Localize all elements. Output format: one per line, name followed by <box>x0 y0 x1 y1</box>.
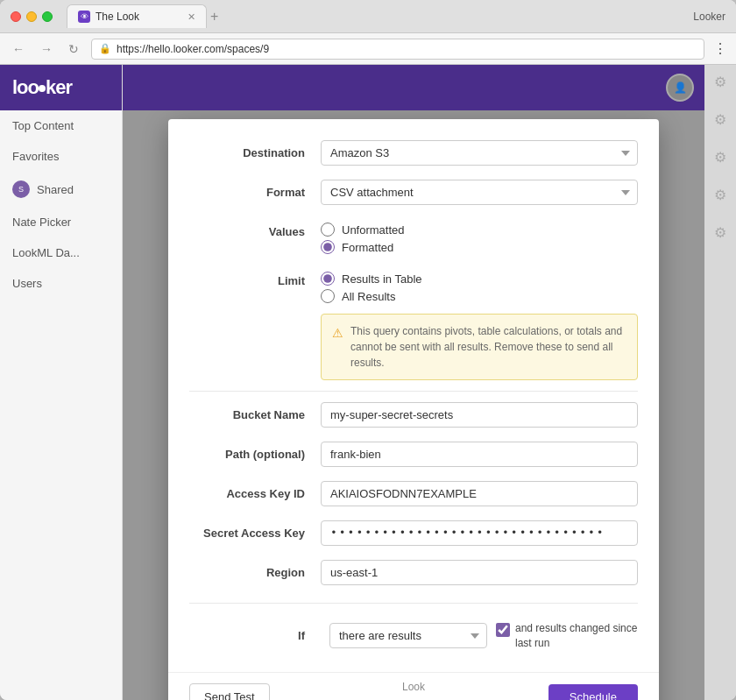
send-test-button[interactable]: Send Test <box>189 683 270 700</box>
region-row: Region <box>168 553 659 592</box>
limit-radio-group: Results in Table All Results ⚠ <box>321 268 638 380</box>
sidebar-logo: looker <box>0 65 122 110</box>
divider-2 <box>189 603 638 604</box>
destination-label: Destination <box>189 140 321 159</box>
sidebar-item-favorites[interactable]: Favorites <box>0 141 122 172</box>
destination-row: Destination Amazon S3 <box>168 133 659 173</box>
schedule-modal: Destination Amazon S3 Format CSV attachm… <box>168 119 659 700</box>
limit-all-results-option[interactable]: All Results <box>321 289 638 303</box>
limit-label: Limit <box>189 268 321 287</box>
gear-icon-5[interactable]: ⚙ <box>714 224 726 241</box>
sidebar: looker Top Content Favorites S Shared Na… <box>0 65 123 700</box>
browser-content: looker Top Content Favorites S Shared Na… <box>0 65 736 700</box>
path-input[interactable] <box>321 442 638 467</box>
maximize-button[interactable] <box>42 11 53 22</box>
if-row: If there are resultsthere are no results… <box>168 614 659 658</box>
modal-overlay: Destination Amazon S3 Format CSV attachm… <box>123 110 704 700</box>
sidebar-label-top-content: Top Content <box>12 119 74 132</box>
address-bar: ← → ↻ 🔒 https://hello.looker.com/spaces/… <box>0 33 736 65</box>
browser-tab[interactable]: 👁 The Look ✕ <box>67 4 207 28</box>
if-select[interactable]: there are resultsthere are no resultsalw… <box>329 623 487 648</box>
values-label: Values <box>189 219 321 238</box>
sidebar-label-shared: Shared <box>37 183 74 196</box>
bucket-name-input[interactable] <box>321 402 638 428</box>
if-checkbox-area: and results changed since last run <box>496 621 638 651</box>
secret-access-key-input[interactable] <box>321 520 638 546</box>
url-field[interactable]: 🔒 https://hello.looker.com/spaces/9 <box>91 39 704 60</box>
new-tab-icon[interactable]: + <box>210 9 218 25</box>
lock-icon: 🔒 <box>99 43 111 54</box>
forward-button[interactable]: → <box>37 40 56 58</box>
tab-area: 👁 The Look ✕ + <box>67 4 686 28</box>
values-control: Unformatted Formatted <box>321 219 638 254</box>
limit-all-results-label: All Results <box>342 290 395 303</box>
destination-select[interactable]: Amazon S3 <box>321 140 638 166</box>
sidebar-label-nate-picker: Nate Picker <box>12 216 71 229</box>
access-key-id-control <box>321 481 638 506</box>
browser-menu-icon[interactable]: ⋮ <box>713 40 727 57</box>
format-control: CSV attachment <box>321 180 638 205</box>
logo-text: looker <box>12 76 72 99</box>
bucket-name-label: Bucket Name <box>189 402 321 421</box>
if-checkbox-label: and results changed since last run <box>515 621 638 651</box>
window-label: Looker <box>693 11 725 23</box>
gear-icon-4[interactable]: ⚙ <box>714 187 726 203</box>
back-button[interactable]: ← <box>9 40 28 58</box>
sidebar-item-lookml[interactable]: LookML Da... <box>0 237 122 268</box>
traffic-lights <box>11 11 53 22</box>
reload-button[interactable]: ↻ <box>65 40 82 58</box>
region-label: Region <box>189 560 321 579</box>
gear-icon-2[interactable]: ⚙ <box>714 111 726 128</box>
sidebar-item-nate-picker[interactable]: Nate Picker <box>0 207 122 237</box>
sidebar-item-shared[interactable]: S Shared <box>0 172 122 207</box>
limit-all-results-radio[interactable] <box>321 289 335 303</box>
destination-control: Amazon S3 <box>321 140 638 166</box>
secret-access-key-label: Secret Access Key <box>189 520 321 540</box>
gear-icon-1[interactable]: ⚙ <box>714 74 726 90</box>
format-row: Format CSV attachment <box>168 173 659 212</box>
schedule-button[interactable]: Schedule <box>548 684 638 700</box>
tab-title: The Look <box>96 11 139 23</box>
sidebar-label-favorites: Favorites <box>12 150 59 163</box>
limit-results-in-table-option[interactable]: Results in Table <box>321 272 638 286</box>
values-unformatted-option[interactable]: Unformatted <box>321 223 638 237</box>
sidebar-label-lookml: LookML Da... <box>12 246 80 259</box>
limit-control: Results in Table All Results ⚠ <box>321 268 638 380</box>
warning-box: ⚠ This query contains pivots, table calc… <box>321 314 638 380</box>
format-select[interactable]: CSV attachment <box>321 180 638 205</box>
url-text: https://hello.looker.com/spaces/9 <box>117 43 269 55</box>
limit-results-in-table-label: Results in Table <box>342 272 422 286</box>
if-label: If <box>189 629 321 642</box>
tab-close-icon[interactable]: ✕ <box>188 11 195 23</box>
values-formatted-option[interactable]: Formatted <box>321 240 638 254</box>
if-checkbox[interactable] <box>496 623 510 637</box>
secret-access-key-row: Secret Access Key <box>168 513 659 553</box>
bucket-name-control <box>321 402 638 428</box>
top-bar-right: 👤 <box>666 74 704 102</box>
sidebar-item-top-content[interactable]: Top Content <box>0 110 122 141</box>
minimize-button[interactable] <box>26 11 37 22</box>
divider-1 <box>189 391 638 392</box>
path-row: Path (optional) <box>168 435 659 474</box>
limit-results-in-table-radio[interactable] <box>321 272 335 286</box>
values-formatted-radio[interactable] <box>321 240 335 254</box>
path-label: Path (optional) <box>189 442 321 461</box>
warning-icon: ⚠ <box>332 324 343 343</box>
access-key-id-input[interactable] <box>321 481 638 506</box>
region-input[interactable] <box>321 560 638 585</box>
values-unformatted-radio[interactable] <box>321 223 335 237</box>
bucket-name-row: Bucket Name <box>168 395 659 435</box>
main-area: 👤 Destination Amazon S3 <box>123 65 704 700</box>
title-bar: 👁 The Look ✕ + Looker <box>0 0 736 33</box>
top-bar: 👤 <box>123 65 704 110</box>
sidebar-item-users[interactable]: Users <box>0 268 122 299</box>
close-button[interactable] <box>11 11 21 22</box>
tab-favicon-icon: 👁 <box>78 11 90 23</box>
gear-icon-3[interactable]: ⚙ <box>714 149 726 166</box>
browser-window: 👁 The Look ✕ + Looker ← → ↻ 🔒 https://he… <box>0 0 736 700</box>
values-formatted-label: Formatted <box>342 241 393 254</box>
limit-row: Limit Results in Table All Re <box>168 261 659 387</box>
user-avatar-button[interactable]: 👤 <box>666 74 694 102</box>
right-gears-panel: ⚙ ⚙ ⚙ ⚙ ⚙ <box>704 65 736 700</box>
warning-text: This query contains pivots, table calcul… <box>350 323 626 371</box>
